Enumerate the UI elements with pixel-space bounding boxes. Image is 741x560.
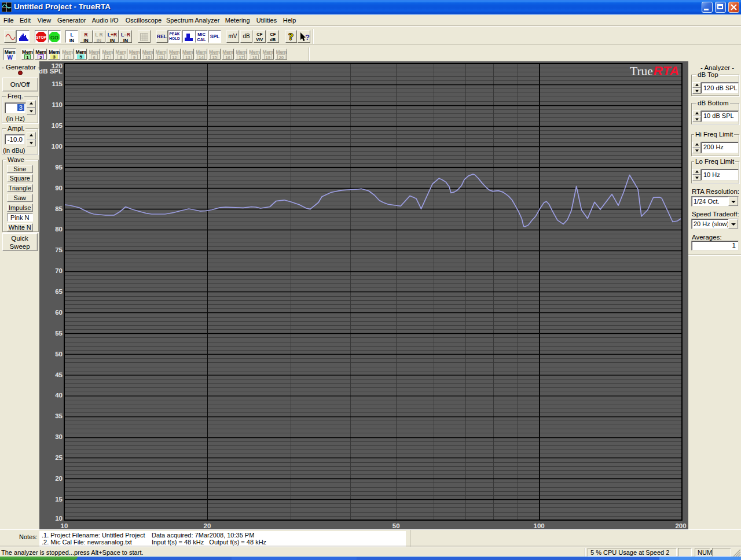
svg-text:10: 10 (61, 522, 68, 529)
svg-text:95: 95 (55, 164, 63, 171)
svg-text:80: 80 (55, 226, 63, 233)
svg-text:35: 35 (55, 412, 63, 419)
svg-text:60: 60 (55, 309, 63, 316)
svg-text:90: 90 (55, 185, 63, 191)
svg-text:40: 40 (55, 392, 63, 399)
svg-text:45: 45 (55, 371, 63, 378)
svg-text:STOP: STOP (36, 35, 46, 39)
svg-text:75: 75 (55, 246, 63, 253)
svg-text:65: 65 (55, 288, 63, 295)
svg-text:20: 20 (204, 522, 211, 529)
svg-text:TrueRTA: TrueRTA (630, 64, 679, 78)
svg-text:10: 10 (55, 515, 63, 522)
svg-text:200: 200 (675, 522, 686, 529)
svg-text:25: 25 (55, 454, 63, 461)
svg-text:30: 30 (55, 433, 63, 440)
svg-text:50: 50 (392, 522, 400, 529)
svg-text:GO: GO (50, 35, 58, 40)
svg-text:50: 50 (55, 351, 63, 358)
svg-text:dB SPL: dB SPL (39, 68, 63, 75)
svg-text:70: 70 (55, 267, 63, 274)
svg-text:115: 115 (52, 80, 63, 87)
svg-text:105: 105 (52, 122, 63, 129)
svg-text:20: 20 (55, 475, 63, 482)
svg-text:100: 100 (52, 143, 63, 150)
svg-text:100: 100 (534, 522, 545, 529)
svg-text:85: 85 (55, 205, 63, 212)
svg-text:55: 55 (55, 330, 63, 337)
svg-text:15: 15 (55, 496, 63, 503)
svg-text:?: ? (305, 33, 310, 42)
svg-text:110: 110 (52, 101, 63, 108)
